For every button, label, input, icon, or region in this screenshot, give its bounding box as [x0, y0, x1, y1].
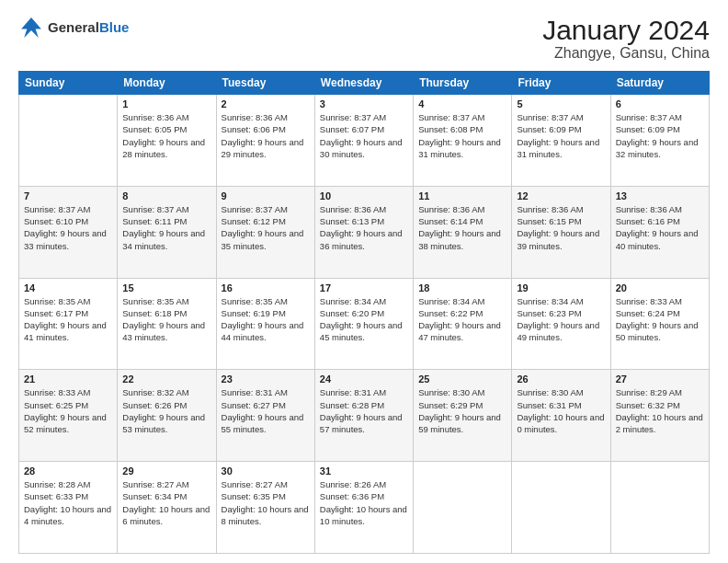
- calendar-table: Sunday Monday Tuesday Wednesday Thursday…: [18, 71, 710, 554]
- day-sunrise: Sunrise: 8:37 AM: [616, 112, 682, 122]
- day-sunset: Sunset: 6:09 PM: [517, 124, 581, 134]
- day-number: 14: [24, 282, 112, 293]
- day-daylight: Daylight: 9 hours and 47 minutes.: [418, 320, 501, 342]
- day-daylight: Daylight: 9 hours and 43 minutes.: [122, 320, 205, 342]
- day-sunset: Sunset: 6:10 PM: [24, 216, 88, 226]
- day-daylight: Daylight: 9 hours and 53 minutes.: [122, 412, 205, 434]
- day-number: 20: [616, 282, 704, 293]
- day-sunset: Sunset: 6:22 PM: [418, 308, 483, 318]
- day-daylight: Daylight: 9 hours and 38 minutes.: [418, 228, 501, 250]
- day-daylight: Daylight: 9 hours and 52 minutes.: [24, 412, 107, 434]
- day-sunset: Sunset: 6:34 PM: [122, 491, 187, 501]
- day-number: 13: [616, 190, 704, 201]
- day-daylight: Daylight: 9 hours and 45 minutes.: [320, 320, 403, 342]
- day-sunrise: Sunrise: 8:36 AM: [418, 204, 484, 214]
- day-number: 2: [222, 98, 310, 109]
- day-daylight: Daylight: 10 hours and 6 minutes.: [122, 504, 210, 526]
- day-number: 29: [122, 465, 210, 477]
- table-cell: 11 Sunrise: 8:36 AM Sunset: 6:14 PM Dayl…: [414, 186, 512, 278]
- week-row-3: 21 Sunrise: 8:33 AM Sunset: 6:25 PM Dayl…: [19, 370, 710, 462]
- day-daylight: Daylight: 9 hours and 30 minutes.: [320, 137, 403, 159]
- day-number: 25: [418, 373, 506, 385]
- table-cell: 4 Sunrise: 8:37 AM Sunset: 6:08 PM Dayli…: [414, 95, 512, 187]
- day-number: 3: [320, 98, 408, 109]
- day-sunset: Sunset: 6:25 PM: [24, 400, 88, 410]
- table-cell: 16 Sunrise: 8:35 AM Sunset: 6:19 PM Dayl…: [216, 278, 314, 370]
- table-cell: 15 Sunrise: 8:35 AM Sunset: 6:18 PM Dayl…: [118, 278, 216, 370]
- day-sunset: Sunset: 6:13 PM: [320, 216, 384, 226]
- table-cell: [19, 95, 118, 187]
- day-sunset: Sunset: 6:11 PM: [122, 216, 187, 226]
- day-number: 28: [24, 465, 112, 477]
- day-sunset: Sunset: 6:29 PM: [418, 400, 483, 410]
- header-friday: Friday: [512, 72, 610, 95]
- header-sunday: Sunday: [19, 72, 118, 95]
- table-cell: 5 Sunrise: 8:37 AM Sunset: 6:09 PM Dayli…: [512, 95, 610, 187]
- day-sunrise: Sunrise: 8:31 AM: [222, 387, 288, 397]
- week-row-0: 1 Sunrise: 8:36 AM Sunset: 6:05 PM Dayli…: [19, 95, 710, 187]
- day-daylight: Daylight: 9 hours and 29 minutes.: [222, 137, 304, 159]
- day-sunset: Sunset: 6:24 PM: [616, 308, 680, 318]
- table-cell: 7 Sunrise: 8:37 AM Sunset: 6:10 PM Dayli…: [19, 186, 118, 278]
- week-row-2: 14 Sunrise: 8:35 AM Sunset: 6:17 PM Dayl…: [19, 278, 710, 370]
- day-daylight: Daylight: 10 hours and 4 minutes.: [24, 504, 111, 526]
- day-daylight: Daylight: 9 hours and 32 minutes.: [616, 137, 699, 159]
- day-sunrise: Sunrise: 8:27 AM: [222, 479, 288, 489]
- header: GeneralBlue January 2024 Zhangye, Gansu,…: [18, 15, 710, 62]
- day-sunrise: Sunrise: 8:36 AM: [517, 204, 583, 214]
- day-number: 4: [418, 98, 506, 109]
- logo-icon: [18, 15, 44, 40]
- day-sunrise: Sunrise: 8:29 AM: [616, 387, 682, 397]
- day-daylight: Daylight: 9 hours and 36 minutes.: [320, 228, 403, 250]
- day-daylight: Daylight: 10 hours and 8 minutes.: [222, 504, 309, 526]
- day-number: 8: [122, 190, 210, 201]
- day-sunset: Sunset: 6:08 PM: [418, 124, 483, 134]
- table-cell: 26 Sunrise: 8:30 AM Sunset: 6:31 PM Dayl…: [512, 370, 610, 462]
- day-sunrise: Sunrise: 8:34 AM: [517, 296, 583, 306]
- day-number: 5: [517, 98, 605, 109]
- day-sunrise: Sunrise: 8:27 AM: [122, 479, 188, 489]
- day-number: 18: [418, 282, 506, 293]
- day-number: 17: [320, 282, 408, 293]
- day-daylight: Daylight: 9 hours and 55 minutes.: [222, 412, 304, 434]
- day-sunset: Sunset: 6:16 PM: [616, 216, 680, 226]
- day-daylight: Daylight: 9 hours and 31 minutes.: [418, 137, 501, 159]
- day-sunrise: Sunrise: 8:30 AM: [517, 387, 583, 397]
- day-sunrise: Sunrise: 8:37 AM: [320, 112, 386, 122]
- day-daylight: Daylight: 9 hours and 34 minutes.: [122, 228, 205, 250]
- day-daylight: Daylight: 9 hours and 57 minutes.: [320, 412, 403, 434]
- day-number: 30: [222, 465, 310, 477]
- table-cell: 28 Sunrise: 8:28 AM Sunset: 6:33 PM Dayl…: [19, 462, 118, 554]
- table-cell: 30 Sunrise: 8:27 AM Sunset: 6:35 PM Dayl…: [216, 462, 314, 554]
- day-number: 26: [517, 373, 605, 385]
- table-cell: 17 Sunrise: 8:34 AM Sunset: 6:20 PM Dayl…: [314, 278, 413, 370]
- day-sunrise: Sunrise: 8:26 AM: [320, 479, 386, 489]
- day-sunrise: Sunrise: 8:34 AM: [418, 296, 484, 306]
- day-number: 22: [122, 373, 210, 385]
- day-sunset: Sunset: 6:33 PM: [24, 491, 88, 501]
- day-daylight: Daylight: 9 hours and 35 minutes.: [222, 228, 304, 250]
- table-cell: [414, 462, 512, 554]
- day-sunrise: Sunrise: 8:34 AM: [320, 296, 386, 306]
- table-cell: 21 Sunrise: 8:33 AM Sunset: 6:25 PM Dayl…: [19, 370, 118, 462]
- day-daylight: Daylight: 10 hours and 0 minutes.: [517, 412, 604, 434]
- day-sunset: Sunset: 6:14 PM: [418, 216, 483, 226]
- table-cell: 14 Sunrise: 8:35 AM Sunset: 6:17 PM Dayl…: [19, 278, 118, 370]
- day-sunrise: Sunrise: 8:33 AM: [24, 387, 90, 397]
- day-number: 15: [122, 282, 210, 293]
- day-number: 9: [222, 190, 310, 201]
- table-cell: 31 Sunrise: 8:26 AM Sunset: 6:36 PM Dayl…: [314, 462, 413, 554]
- day-sunrise: Sunrise: 8:36 AM: [616, 204, 682, 214]
- day-daylight: Daylight: 9 hours and 49 minutes.: [517, 320, 599, 342]
- day-daylight: Daylight: 10 hours and 10 minutes.: [320, 504, 407, 526]
- day-sunset: Sunset: 6:32 PM: [616, 400, 680, 410]
- day-sunset: Sunset: 6:15 PM: [517, 216, 581, 226]
- day-sunset: Sunset: 6:28 PM: [320, 400, 384, 410]
- day-daylight: Daylight: 9 hours and 44 minutes.: [222, 320, 304, 342]
- table-cell: 23 Sunrise: 8:31 AM Sunset: 6:27 PM Dayl…: [216, 370, 314, 462]
- day-sunrise: Sunrise: 8:31 AM: [320, 387, 386, 397]
- week-row-4: 28 Sunrise: 8:28 AM Sunset: 6:33 PM Dayl…: [19, 462, 710, 554]
- table-cell: [610, 462, 709, 554]
- day-sunset: Sunset: 6:07 PM: [320, 124, 384, 134]
- day-number: 10: [320, 190, 408, 201]
